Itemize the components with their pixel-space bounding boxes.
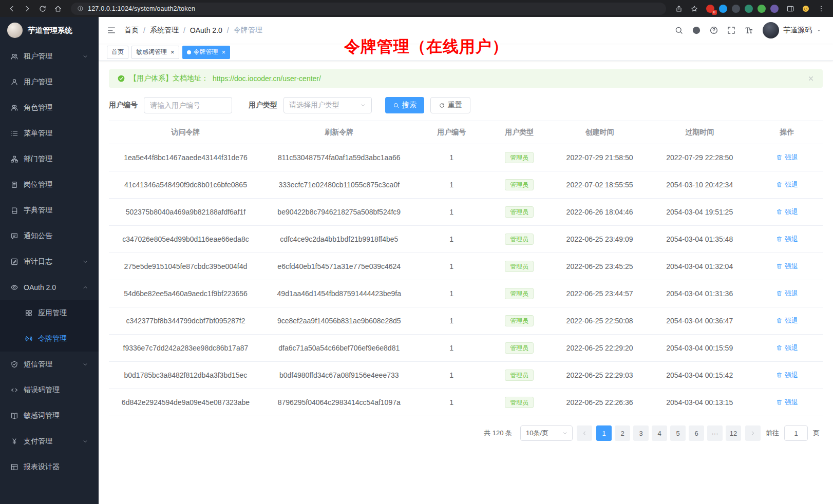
- sidebar-item-dept[interactable]: 部门管理: [0, 146, 99, 172]
- forward-button[interactable]: [21, 2, 34, 15]
- menu-dots-button[interactable]: [815, 2, 828, 15]
- force-logout-label: 强退: [785, 180, 798, 189]
- page-button-6[interactable]: 6: [689, 425, 704, 441]
- star-button[interactable]: [688, 2, 701, 15]
- sidebar-item-oauth2-token[interactable]: 令牌管理: [0, 326, 99, 352]
- search-button[interactable]: 搜索: [385, 97, 424, 113]
- cell-access-token: 41c41346a548490f9dc8b01c6bfe0865: [109, 171, 262, 199]
- force-logout-button[interactable]: 强退: [776, 316, 798, 325]
- share-button[interactable]: [672, 2, 686, 15]
- page-button-5[interactable]: 5: [670, 425, 686, 441]
- app-logo[interactable]: 芋道管理系统: [0, 17, 99, 44]
- cell-create-time: 2022-06-25 22:50:08: [552, 307, 648, 335]
- sidebar-item-label: OAuth 2.0: [24, 283, 56, 292]
- cell-expire-time: 2054-03-04 19:51:25: [648, 199, 751, 226]
- sidebar-item-tenant[interactable]: 租户管理: [0, 44, 99, 69]
- oauth-icon: [10, 283, 18, 292]
- extension-icon[interactable]: 0: [706, 5, 714, 13]
- user-icon: [10, 78, 18, 86]
- address-bar[interactable]: 127.0.0.1:1024/system/oauth2/token: [71, 3, 666, 15]
- breadcrumb-item[interactable]: 系统管理: [150, 26, 179, 35]
- sidebar-item-sms[interactable]: 短信管理: [0, 352, 99, 377]
- sidebar-item-notice[interactable]: 通知公告: [0, 223, 99, 249]
- reload-button[interactable]: [36, 2, 49, 15]
- help-icon[interactable]: [709, 26, 718, 35]
- page-info-icon[interactable]: [77, 5, 84, 12]
- user-type-select[interactable]: 请选择用户类型: [283, 97, 372, 113]
- sidebar-item-oauth2-app[interactable]: 应用管理: [0, 300, 99, 326]
- tab-sensitive-word[interactable]: 敏感词管理×: [131, 46, 179, 59]
- close-tab-icon[interactable]: ×: [171, 49, 175, 55]
- extension-icon[interactable]: [745, 5, 753, 13]
- force-logout-button[interactable]: 强退: [776, 262, 798, 271]
- page-button-2[interactable]: 2: [615, 425, 630, 441]
- force-logout-button[interactable]: 强退: [776, 235, 798, 244]
- sidebar-item-oauth2[interactable]: OAuth 2.0: [0, 275, 99, 300]
- next-page-button[interactable]: [745, 425, 761, 441]
- sidebar-item-role[interactable]: 角色管理: [0, 95, 99, 121]
- prev-page-button[interactable]: [577, 425, 592, 441]
- force-logout-label: 强退: [785, 235, 798, 244]
- github-icon[interactable]: [692, 26, 701, 35]
- goto-page-input[interactable]: [784, 425, 808, 441]
- sidebar-item-menu[interactable]: 菜单管理: [0, 121, 99, 146]
- tags-view: 首页敏感词管理×令牌管理×: [99, 44, 833, 61]
- force-logout-button[interactable]: 强退: [776, 180, 798, 189]
- sidebar-item-user[interactable]: 用户管理: [0, 69, 99, 95]
- user-menu[interactable]: 芋道源码: [763, 22, 822, 38]
- sidebar: 芋道管理系统 租户管理用户管理角色管理菜单管理部门管理岗位管理字典管理通知公告审…: [0, 17, 99, 504]
- sidebar-item-audit-log[interactable]: 审计日志: [0, 249, 99, 275]
- extension-icon[interactable]: [758, 5, 766, 13]
- sidebar-item-error-code[interactable]: 错误码管理: [0, 377, 99, 403]
- page-size-select[interactable]: 10条/页: [520, 425, 573, 441]
- tab-home[interactable]: 首页: [107, 46, 128, 59]
- back-button[interactable]: [5, 2, 18, 15]
- cell-user-type: 管理员: [487, 226, 552, 253]
- sidebar-collapse-button[interactable]: [107, 26, 116, 35]
- pager-ellipsis[interactable]: ···: [707, 425, 723, 441]
- extension-icon[interactable]: [732, 5, 740, 13]
- page-button-3[interactable]: 3: [633, 425, 649, 441]
- sidebar-item-sensitive-word[interactable]: 敏感词管理: [0, 403, 99, 429]
- cell-expire-time: 2054-03-04 00:15:42: [648, 362, 751, 389]
- column-header: 用户编号: [416, 121, 487, 144]
- reset-button[interactable]: 重置: [430, 97, 470, 113]
- sidebar-item-pay[interactable]: 支付管理: [0, 429, 99, 454]
- cell-create-time: 2022-06-25 23:44:57: [552, 280, 648, 307]
- page-button-4[interactable]: 4: [652, 425, 667, 441]
- cell-user-id: 1: [416, 144, 487, 171]
- extension-icon[interactable]: [719, 5, 727, 13]
- doc-link[interactable]: https://doc.iocoder.cn/user-center/: [213, 74, 321, 83]
- sidebar-item-dict[interactable]: 字典管理: [0, 198, 99, 223]
- force-logout-button[interactable]: 强退: [776, 289, 798, 298]
- user-id-input[interactable]: [144, 97, 232, 113]
- breadcrumb-item[interactable]: OAuth 2.0: [190, 26, 222, 34]
- extensions-area: 0: [703, 5, 782, 13]
- page-button-12[interactable]: 12: [726, 425, 741, 441]
- cell-access-token: c342377bf8b344799dcbf7bf095287f2: [109, 307, 262, 335]
- sidebar-item-report[interactable]: 报表设计器: [0, 454, 99, 480]
- force-logout-button[interactable]: 强退: [776, 343, 798, 353]
- breadcrumb-item[interactable]: 首页: [124, 26, 139, 35]
- page-button-1[interactable]: 1: [596, 425, 612, 441]
- force-logout-button[interactable]: 强退: [776, 371, 798, 380]
- textsize-icon[interactable]: [744, 26, 753, 35]
- cell-create-time: 2022-06-25 23:49:09: [552, 226, 648, 253]
- force-logout-button[interactable]: 强退: [776, 153, 798, 162]
- close-tab-icon[interactable]: ×: [222, 49, 226, 55]
- force-logout-button[interactable]: 强退: [776, 207, 798, 217]
- column-header: 操作: [751, 121, 823, 144]
- alert-close-icon[interactable]: [807, 75, 815, 82]
- profile-smiley-button[interactable]: [799, 2, 812, 15]
- table-row: 41c41346a548490f9dc8b01c6bfe0865333ecfc7…: [109, 171, 823, 199]
- browser-chrome: 127.0.0.1:1024/system/oauth2/token 0: [0, 0, 833, 17]
- force-logout-button[interactable]: 强退: [776, 398, 798, 407]
- search-button-label: 搜索: [402, 101, 416, 110]
- home-button[interactable]: [51, 2, 65, 15]
- tab-oauth2-token[interactable]: 令牌管理×: [182, 46, 231, 59]
- extension-icon[interactable]: [770, 5, 779, 13]
- split-view-button[interactable]: [784, 2, 797, 15]
- search-icon[interactable]: [674, 26, 684, 35]
- sidebar-item-post[interactable]: 岗位管理: [0, 172, 99, 198]
- fullscreen-icon[interactable]: [727, 26, 736, 35]
